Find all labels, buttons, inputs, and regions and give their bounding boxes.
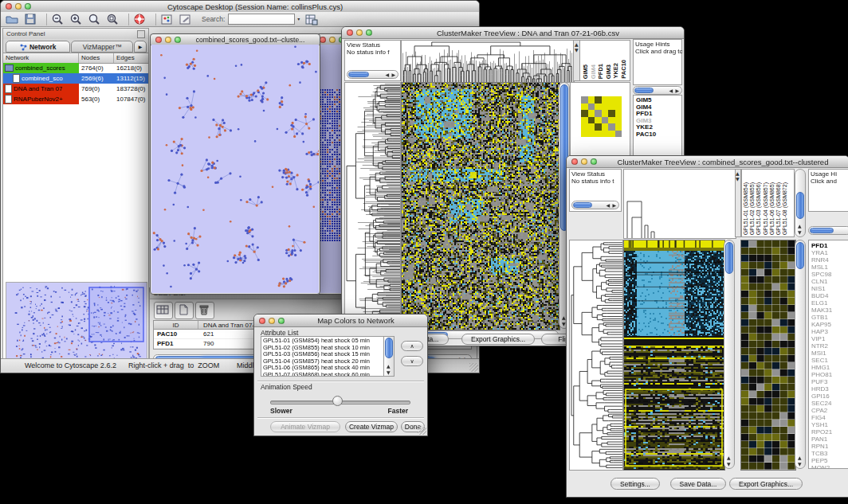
tv2-zoom-heatmap[interactable] — [740, 240, 796, 471]
resize-grip[interactable] — [469, 363, 478, 372]
new-attribute-icon-button[interactable] — [175, 302, 194, 319]
tv2-heatmap-vscrollbar[interactable]: ▲▼ — [724, 240, 735, 469]
col-network[interactable]: Network — [3, 53, 79, 63]
close-button[interactable] — [347, 29, 353, 36]
tv2-gene-label[interactable]: TCB3 — [811, 450, 848, 457]
tv2-row-dendrogram[interactable] — [569, 240, 623, 471]
animation-speed-slider[interactable] — [270, 396, 410, 407]
tv1-column-dendrogram[interactable] — [401, 40, 575, 83]
zoom-button[interactable] — [175, 37, 181, 43]
tv2-gene-label[interactable]: KAP95 — [811, 321, 848, 328]
network-list-item[interactable]: combined_scores2764(0)16218(0) — [3, 63, 148, 73]
tv2-gene-label[interactable]: SEC24 — [811, 400, 848, 407]
zoom-button[interactable] — [366, 29, 372, 36]
tab-overflow-button[interactable]: ▶ — [134, 41, 147, 53]
tv2-gene-label[interactable]: SPC98 — [811, 271, 848, 278]
save-data-button[interactable]: Save Data... — [670, 478, 726, 490]
export-graphics-button[interactable]: Export Graphics... — [461, 334, 535, 345]
annotation-icon[interactable] — [179, 14, 192, 25]
tv2-gene-label[interactable]: HRD3 — [811, 385, 848, 393]
network-name-cell[interactable]: RNAPuberNov2+ — [3, 94, 79, 104]
tv2-gene-label[interactable]: NIS1 — [811, 285, 848, 292]
tv2-hints-hscrollbar[interactable] — [808, 226, 848, 235]
animate-vizmap-button[interactable]: Animate Vizmap — [270, 421, 340, 432]
network-name-cell[interactable]: combined_sco — [3, 73, 79, 84]
tv2-gene-label[interactable]: PFD1 — [811, 242, 848, 249]
treeview1-title-bar[interactable]: ClusterMaker TreeView : DNA and Tran 07-… — [342, 27, 684, 39]
close-button[interactable] — [320, 37, 326, 43]
tv2-gene-label[interactable]: PEP5 — [811, 457, 848, 464]
dialog-title-bar[interactable]: Map Colors to Network — [254, 315, 427, 327]
tv2-gene-label[interactable]: YSH1 — [811, 421, 848, 428]
network-list-item[interactable]: RNAPuberNov2+563(0)107847(0) — [3, 94, 148, 104]
float-panel-icon[interactable] — [137, 30, 145, 38]
minimize-button[interactable] — [329, 37, 336, 43]
tv2-gene-label[interactable]: SEC1 — [811, 357, 848, 364]
open-icon[interactable] — [6, 14, 19, 25]
minimize-button[interactable] — [581, 158, 587, 165]
tv2-status-hscrollbar[interactable]: ◀▶ — [571, 201, 619, 209]
zoom-fit-icon[interactable] — [106, 14, 120, 25]
tv2-gene-label[interactable]: ELG1 — [811, 299, 848, 307]
attribute-list-item[interactable]: GPL51-07 (GSM868) heat shock 60 min — [263, 372, 383, 377]
tab-network[interactable]: Network — [6, 41, 70, 53]
tv2-gene-label[interactable]: MSL1 — [811, 264, 848, 271]
zoom-selected-icon[interactable] — [88, 14, 101, 25]
network1-canvas[interactable] — [151, 45, 319, 293]
col-edges[interactable]: Edges — [114, 53, 148, 63]
tv2-gene-label[interactable]: BUD4 — [811, 292, 848, 299]
tv2-gene-label[interactable]: FIG4 — [811, 414, 848, 421]
slider-thumb[interactable] — [332, 396, 343, 406]
network1-title-bar[interactable]: combined_scores_good.txt--cluste... — [151, 34, 320, 45]
network-list-item[interactable]: DNA and Tran 07769(0)183728(0) — [3, 84, 148, 94]
birdseye-view[interactable] — [6, 282, 147, 363]
tv1-hints-hscrollbar[interactable]: ◀▶ — [633, 86, 682, 95]
tv2-gene-label[interactable]: GPI16 — [811, 393, 848, 400]
search-input[interactable] — [228, 14, 295, 25]
tv2-gene-label[interactable]: VIP1 — [811, 335, 848, 342]
tv2-gene-label[interactable]: PUF3 — [811, 378, 848, 385]
data-col-id[interactable]: ID — [154, 321, 198, 329]
tv2-gene-label[interactable]: YRA1 — [811, 249, 848, 256]
zoom-button[interactable] — [591, 158, 597, 165]
zoom-button[interactable] — [25, 3, 31, 10]
main-title-bar[interactable]: Cytoscape Desktop (Session Name: collins… — [1, 1, 479, 13]
tv1-status-hscrollbar[interactable]: ◀▶ — [347, 70, 398, 79]
tv2-gene-label[interactable]: GTB1 — [811, 314, 848, 321]
zoom-button[interactable] — [278, 318, 285, 324]
tv1-gene-label[interactable]: PAC10 — [636, 131, 681, 139]
attribute-browser-icon[interactable] — [304, 14, 318, 25]
save-icon[interactable] — [24, 14, 37, 25]
create-vizmap-button[interactable]: Create Vizmap — [345, 421, 398, 432]
minimize-button[interactable] — [356, 29, 363, 36]
tv2-gene-label[interactable]: PAN1 — [811, 436, 848, 443]
tv2-gene-label[interactable]: MON2 — [811, 464, 848, 469]
tv2-gene-label[interactable]: RPO21 — [811, 428, 848, 436]
export-graphics-button[interactable]: Export Graphics... — [729, 478, 803, 490]
attribute-list-vscrollbar[interactable]: ▲▼ — [383, 337, 394, 376]
tv2-gene-label[interactable]: RNR4 — [811, 256, 848, 264]
attribute-up-button[interactable]: ∧ — [401, 341, 423, 351]
zoom-in-icon[interactable] — [69, 14, 83, 25]
minimize-button[interactable] — [269, 318, 275, 324]
close-button[interactable] — [6, 3, 12, 10]
tv2-gene-label[interactable]: RPN1 — [811, 443, 848, 450]
col-nodes[interactable]: Nodes — [79, 53, 114, 63]
network-name-cell[interactable]: combined_scores — [3, 63, 79, 73]
tv2-gene-label[interactable]: MSI1 — [811, 350, 848, 357]
close-button[interactable] — [259, 318, 265, 324]
tv2-zoom-vscrollbar[interactable]: ▲▼ — [795, 240, 806, 469]
tv2-heatmap[interactable] — [623, 240, 725, 471]
tv2-gene-label[interactable]: HAP3 — [811, 328, 848, 335]
tv2-column-dendrogram[interactable] — [623, 169, 736, 239]
vizmapper-icon[interactable] — [160, 14, 174, 25]
tv2-col-scroll-strip[interactable]: ▲▼ — [735, 169, 741, 237]
data-table-icon-button[interactable] — [154, 302, 173, 319]
search-dropdown-arrow[interactable]: ▾ — [297, 17, 300, 21]
tv2-gene-label[interactable]: HMG1 — [811, 364, 848, 371]
attribute-down-button[interactable]: ∨ — [401, 356, 423, 366]
close-button[interactable] — [571, 158, 578, 165]
tv2-gene-label[interactable]: MAK31 — [811, 307, 848, 314]
treeview2-title-bar[interactable]: ClusterMaker TreeView : combined_scores_… — [567, 156, 848, 168]
minimize-button[interactable] — [165, 37, 171, 43]
